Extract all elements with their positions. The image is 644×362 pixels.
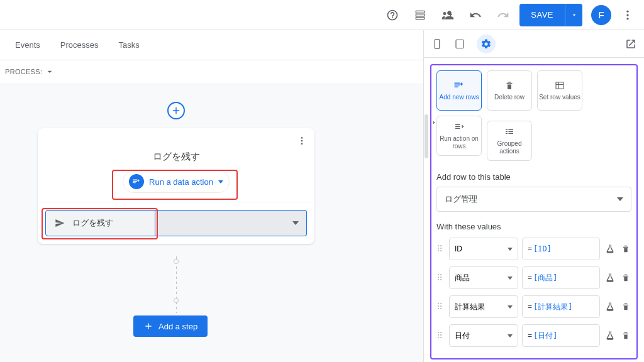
chevron-down-icon — [218, 180, 223, 184]
redo-icon[interactable] — [492, 4, 514, 26]
more-icon[interactable] — [616, 4, 639, 26]
deploy-icon[interactable] — [409, 4, 431, 26]
settings-highlight-box: Add new rows Delete row Set row values R… — [430, 64, 638, 359]
add-step-label: Add a step — [158, 322, 197, 331]
help-icon[interactable] — [381, 4, 404, 26]
delete-icon[interactable] — [620, 244, 631, 254]
add-row-label: Add row to this table — [436, 172, 631, 182]
right-device-bar — [424, 30, 644, 58]
tile-run-action[interactable]: Run action on rows — [436, 116, 482, 156]
left-tabs: Events Processes Tasks — [0, 30, 423, 60]
test-flask-icon[interactable] — [604, 331, 616, 341]
run-action-label: Run a data action — [149, 177, 213, 187]
chevron-down-icon — [292, 221, 299, 225]
chevron-down-icon — [508, 334, 513, 337]
tile-delete-row[interactable]: Delete row — [487, 70, 532, 111]
svg-point-4 — [301, 140, 303, 142]
run-data-action-chip[interactable]: Run a data action — [123, 170, 230, 193]
svg-rect-6 — [435, 39, 440, 48]
tile-grouped[interactable]: Grouped actions — [487, 121, 532, 161]
svg-point-5 — [301, 143, 303, 145]
tablet-icon[interactable] — [454, 38, 465, 50]
connector-line — [176, 256, 177, 313]
column-select[interactable]: 計算結果 — [449, 295, 518, 318]
task-selector-row: ログを残す — [38, 202, 314, 244]
tile-label: Run action on rows — [437, 135, 481, 150]
column-select[interactable]: 日付 — [449, 324, 518, 347]
svg-rect-8 — [556, 82, 564, 89]
add-step-button[interactable]: Add a step — [133, 315, 208, 337]
right-panel: Add new rows Delete row Set row values R… — [424, 30, 644, 362]
card-options-icon[interactable] — [297, 136, 307, 148]
settings-icon[interactable] — [477, 35, 496, 53]
task-name-box[interactable]: ログを残す — [45, 210, 155, 236]
test-flask-icon[interactable] — [604, 273, 616, 283]
action-tiles: Add new rows Delete row Set row values R… — [436, 70, 631, 161]
connector-dot — [174, 298, 179, 303]
table-select-value: ログ管理 — [445, 194, 477, 205]
expression-input[interactable]: = [商品] — [522, 266, 600, 289]
save-button-group: SAVE — [519, 4, 582, 26]
svg-point-3 — [301, 137, 303, 139]
drag-handle-icon[interactable]: ⠿ — [436, 244, 445, 254]
tile-label: Set row values — [539, 94, 580, 101]
task-name-label: ログを残す — [72, 217, 113, 229]
playlist-add-icon — [129, 174, 144, 189]
save-dropdown[interactable] — [565, 4, 582, 26]
delete-icon[interactable] — [620, 302, 631, 312]
tab-events[interactable]: Events — [15, 40, 40, 50]
delete-icon[interactable] — [620, 331, 631, 341]
test-flask-icon[interactable] — [604, 302, 616, 312]
value-row: ⠿ID= [ID] — [436, 238, 631, 260]
tab-processes[interactable]: Processes — [60, 40, 99, 50]
canvas: ログを残す Run a data action ログを残す — [0, 83, 423, 362]
avatar[interactable]: F — [591, 5, 611, 25]
tile-label: Add new rows — [440, 94, 479, 101]
save-button[interactable]: SAVE — [519, 4, 565, 26]
task-dropdown[interactable] — [155, 210, 307, 236]
drag-handle-icon[interactable]: ⠿ — [436, 273, 445, 283]
value-row: ⠿日付= [日付] — [436, 324, 631, 347]
undo-icon[interactable] — [464, 4, 487, 26]
process-label: PROCESS: — [5, 68, 42, 75]
column-select[interactable]: 商品 — [449, 266, 518, 289]
chevron-down-icon — [508, 248, 513, 251]
tile-label: Grouped actions — [487, 140, 531, 155]
card-title: ログを残す — [38, 148, 314, 170]
svg-point-0 — [626, 10, 628, 12]
share-icon[interactable] — [436, 4, 459, 26]
tile-set-values[interactable]: Set row values — [537, 70, 582, 111]
value-row: ⠿商品= [商品] — [436, 266, 631, 289]
table-select[interactable]: ログ管理 — [436, 187, 631, 212]
chevron-down-icon — [508, 305, 513, 309]
with-values-label: With these values — [436, 222, 631, 231]
svg-rect-7 — [456, 40, 464, 48]
step-card: ログを残す Run a data action ログを残す — [38, 128, 314, 244]
chevron-down-icon — [617, 197, 623, 201]
svg-point-2 — [626, 18, 628, 19]
add-step-top[interactable] — [167, 102, 185, 119]
delete-icon[interactable] — [620, 273, 631, 283]
left-panel: Events Processes Tasks PROCESS: ログを残す Ru… — [0, 30, 424, 362]
expression-input[interactable]: = [計算結果] — [522, 295, 600, 318]
column-select[interactable]: ID — [449, 238, 518, 260]
chevron-down-icon — [508, 277, 513, 280]
send-icon — [55, 218, 65, 228]
popout-icon[interactable] — [625, 38, 636, 50]
drag-handle-icon[interactable]: ⠿ — [436, 302, 445, 312]
expression-input[interactable]: = [ID] — [522, 238, 600, 260]
tile-label: Delete row — [494, 94, 525, 101]
mobile-icon[interactable] — [431, 38, 443, 50]
svg-point-1 — [626, 14, 628, 16]
tab-tasks[interactable]: Tasks — [118, 40, 139, 50]
expression-input[interactable]: = [日付] — [522, 324, 600, 347]
process-selector[interactable]: PROCESS: — [0, 60, 423, 83]
test-flask-icon[interactable] — [604, 244, 616, 254]
value-row: ⠿計算結果= [計算結果] — [436, 295, 631, 318]
connector-dot — [174, 259, 179, 264]
drag-handle-icon[interactable]: ⠿ — [436, 331, 445, 341]
tile-add-rows[interactable]: Add new rows — [436, 70, 482, 111]
topbar: SAVE F — [0, 0, 644, 30]
